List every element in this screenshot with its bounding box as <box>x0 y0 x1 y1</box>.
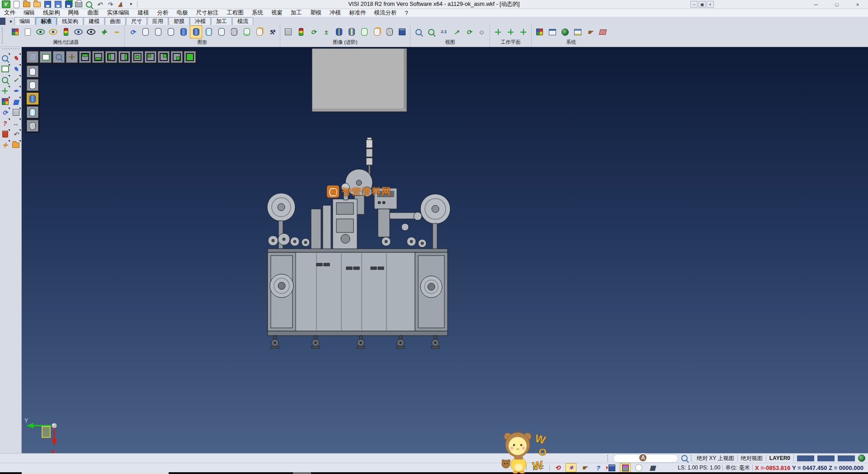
menu-dimension[interactable]: 尺寸标注 <box>192 9 223 17</box>
menu-edit[interactable]: 编辑 <box>19 9 39 17</box>
dock-select-button[interactable] <box>0 64 10 74</box>
view-left-button[interactable] <box>105 51 117 63</box>
filter-plusminus-button[interactable] <box>85 25 97 38</box>
zoom-all-button[interactable] <box>412 25 425 38</box>
status-grid-button[interactable]: ▦ <box>647 463 658 472</box>
layer-color-bar[interactable] <box>838 455 855 461</box>
minimize-button[interactable]: ─ <box>806 0 826 9</box>
save-as-button[interactable] <box>53 0 62 9</box>
dock-zoom-ext-button[interactable] <box>0 75 10 85</box>
view-front-button[interactable] <box>132 51 143 63</box>
status-search-icon[interactable] <box>681 455 688 461</box>
layer-color-bar[interactable] <box>797 455 814 461</box>
menu-wireframe[interactable]: 线架构 <box>39 9 64 17</box>
dock-help-button[interactable]: ? <box>0 118 10 128</box>
workplane-create-button[interactable] <box>492 25 504 38</box>
view-menu-button[interactable]: ☰ <box>27 51 38 63</box>
view-bottom-button[interactable] <box>92 51 104 63</box>
shade-section2-button[interactable] <box>345 25 358 38</box>
shade-section-button[interactable] <box>333 25 345 38</box>
menu-electrode[interactable]: 电极 <box>173 9 192 17</box>
display-shaded-edges-button[interactable] <box>190 25 202 38</box>
filter-add-button[interactable] <box>34 25 47 38</box>
units-indicator[interactable]: 单位: 毫米 <box>725 464 750 472</box>
view-right-button[interactable] <box>118 51 130 63</box>
dock-grid-button[interactable]: ▦ <box>11 97 21 106</box>
search-box[interactable]: A <box>613 454 678 463</box>
import-file-button[interactable] <box>33 0 42 9</box>
display-options-button[interactable]: ⚒ <box>266 25 278 38</box>
sys-grid-button[interactable] <box>597 25 609 38</box>
adv-traffic-button[interactable] <box>295 25 307 38</box>
zoom-previous-button[interactable]: ↗ <box>450 25 462 38</box>
tab-standard[interactable]: 标准 <box>36 17 57 25</box>
qat-more-button[interactable]: ▾ <box>126 0 135 9</box>
dock-measure-button[interactable]: ↔ <box>11 118 21 128</box>
display-transparent-button[interactable] <box>203 25 215 38</box>
dock-delete-button[interactable] <box>0 129 10 139</box>
macro-button[interactable]: ♟ <box>116 0 125 9</box>
view-zoom-button[interactable] <box>53 51 65 63</box>
display-dashed-button[interactable] <box>165 25 177 38</box>
mdi-close-button[interactable]: × <box>707 1 714 8</box>
menu-drawing[interactable]: 工程图 <box>223 9 248 17</box>
menu-window[interactable]: 视窗 <box>267 9 287 17</box>
menu-mold[interactable]: 塑模 <box>306 9 326 17</box>
absolute-view-indicator[interactable]: 绝对视图 <box>741 455 763 462</box>
attr-paint-button[interactable] <box>9 25 21 38</box>
menu-surface[interactable]: 曲面 <box>84 9 103 17</box>
menu-die[interactable]: 冲模 <box>326 9 345 17</box>
dock-layers-button[interactable] <box>0 97 10 106</box>
tab-surface[interactable]: 曲面 <box>105 17 126 25</box>
menu-modeling[interactable]: 建模 <box>134 9 153 17</box>
menu-analysis[interactable]: 分析 <box>153 9 173 17</box>
active-layer-indicator[interactable]: LAYER0 <box>769 455 790 461</box>
tab-machining[interactable]: 加工 <box>211 17 232 25</box>
3d-viewport[interactable]: ☰ 智营资料网 Y X <box>22 47 868 453</box>
hide-all-button[interactable]: ━ <box>110 25 123 38</box>
tab-dropdown-icon[interactable]: ▼ <box>7 18 14 25</box>
display-wire-button[interactable] <box>139 25 151 38</box>
display-hidden-button[interactable] <box>152 25 164 38</box>
tab-wireframe[interactable]: 线架构 <box>57 17 83 25</box>
display-flat-button[interactable] <box>215 25 227 38</box>
dock-curve-button[interactable]: ✒ <box>11 86 21 95</box>
tab-dimension[interactable]: 尺寸 <box>126 17 147 25</box>
shade-wire-button[interactable] <box>383 25 396 38</box>
view-select-button[interactable] <box>40 51 52 63</box>
show-all-button[interactable]: ✚ <box>98 25 110 38</box>
strip-mesh-button[interactable] <box>27 120 38 132</box>
dock-validate-button[interactable]: ✓ <box>11 75 21 85</box>
strip-transparent-button[interactable] <box>27 106 38 118</box>
status-help-button[interactable]: ? <box>593 463 604 472</box>
save-all-button[interactable] <box>64 0 73 9</box>
undo-button[interactable]: ↶ <box>95 0 104 9</box>
close-button[interactable]: × <box>847 0 868 9</box>
view-cube-button[interactable] <box>396 25 408 38</box>
sys-snap-button[interactable]: ☛ <box>584 25 596 38</box>
app-logo-button[interactable]: V <box>1 0 10 9</box>
view-back-button[interactable] <box>145 51 156 63</box>
status-fill-button[interactable]: ☛ <box>579 463 590 472</box>
view-axes-button[interactable] <box>66 51 78 63</box>
new-file-button[interactable] <box>12 0 21 9</box>
scale-indicator[interactable]: LS: 1.00 PS: 1.00 <box>678 465 720 471</box>
sys-colors-button[interactable] <box>533 25 546 38</box>
shade-update-button[interactable] <box>241 25 253 38</box>
menu-solid-edit[interactable]: 实体编辑 <box>103 9 134 17</box>
sys-settings-button[interactable] <box>559 25 571 38</box>
sys-attributes-button[interactable] <box>546 25 558 38</box>
zoom-window-button[interactable] <box>425 25 437 38</box>
menu-system[interactable]: 系统 <box>248 9 267 17</box>
menu-mesh[interactable]: 网格 <box>64 9 84 17</box>
tab-die[interactable]: 冲模 <box>190 17 211 25</box>
mdi-restore-button[interactable]: ▣ <box>698 1 706 8</box>
menu-moldflow[interactable]: 模流分析 <box>370 9 401 17</box>
redo-button[interactable]: ↷ <box>105 0 114 9</box>
dock-shade-button[interactable] <box>11 108 21 117</box>
shade-copy-button[interactable] <box>253 25 265 38</box>
menu-file[interactable]: 文件 <box>0 9 19 17</box>
tab-modeling[interactable]: 建模 <box>84 17 104 25</box>
dock-regen-button[interactable]: ⟳ <box>0 108 10 117</box>
print-preview-button[interactable] <box>85 0 94 9</box>
